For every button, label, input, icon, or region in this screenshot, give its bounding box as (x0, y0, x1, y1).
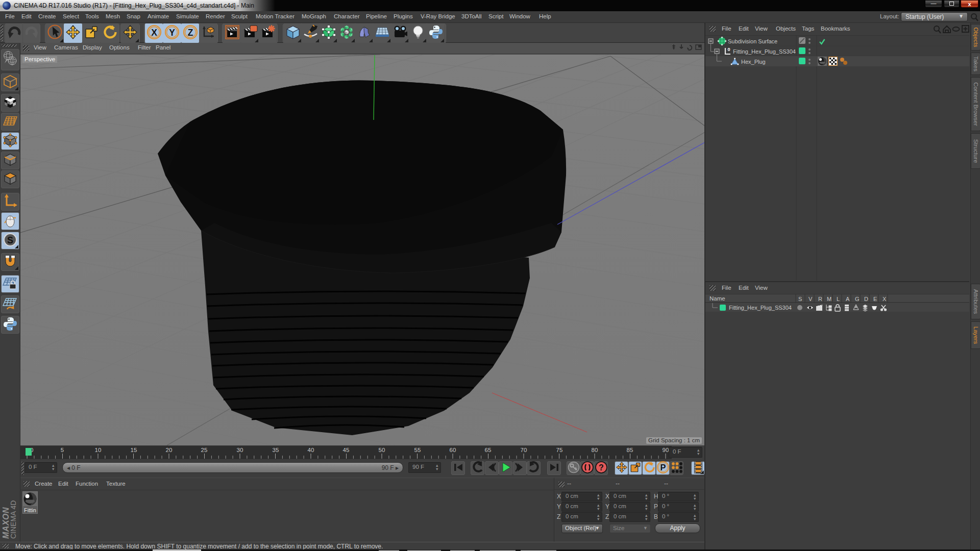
svg-text:Hex_Plug: Hex_Plug (741, 59, 766, 65)
svg-text:?: ? (599, 463, 604, 472)
svg-text:Fitting_Hex_Plug_SS304: Fitting_Hex_Plug_SS304 (733, 48, 796, 55)
svg-text:R: R (818, 296, 822, 302)
svg-text:E: E (873, 296, 877, 302)
svg-text:X: X (151, 28, 157, 38)
svg-text:75: 75 (556, 447, 563, 453)
svg-text:80: 80 (592, 447, 598, 453)
svg-text:S: S (798, 296, 802, 302)
svg-text:0: 0 (727, 47, 730, 52)
svg-text:D: D (864, 296, 868, 302)
svg-text:X: X (883, 296, 887, 302)
svg-text:M: M (827, 296, 831, 302)
svg-text:70: 70 (521, 447, 527, 453)
svg-text:V: V (808, 296, 813, 302)
svg-text:Y: Y (169, 28, 175, 38)
svg-text:S: S (7, 235, 13, 245)
svg-text:Fitting_Hex_Plug_SS304: Fitting_Hex_Plug_SS304 (729, 305, 792, 311)
svg-text:90: 90 (663, 447, 669, 453)
svg-text:40: 40 (308, 447, 314, 453)
svg-text:Z: Z (187, 28, 193, 38)
svg-text:45: 45 (343, 447, 350, 453)
svg-text:65: 65 (485, 447, 492, 453)
svg-text:Subdivision Surface: Subdivision Surface (728, 38, 777, 44)
svg-text:15: 15 (131, 447, 137, 453)
svg-text:5: 5 (61, 447, 64, 453)
svg-text:50: 50 (379, 447, 385, 453)
svg-text:L: L (837, 296, 840, 302)
svg-text:35: 35 (273, 447, 279, 453)
svg-text:CINEMA 4D: CINEMA 4D (9, 500, 17, 539)
svg-text:20: 20 (166, 447, 173, 453)
svg-text:A: A (846, 296, 850, 302)
svg-text:10: 10 (95, 447, 102, 453)
svg-text:30: 30 (237, 447, 243, 453)
svg-text:85: 85 (627, 447, 633, 453)
svg-text:60: 60 (450, 447, 456, 453)
svg-text:55: 55 (414, 447, 421, 453)
svg-text:25: 25 (201, 447, 208, 453)
svg-text:G: G (855, 296, 860, 302)
svg-text:P: P (660, 463, 666, 472)
